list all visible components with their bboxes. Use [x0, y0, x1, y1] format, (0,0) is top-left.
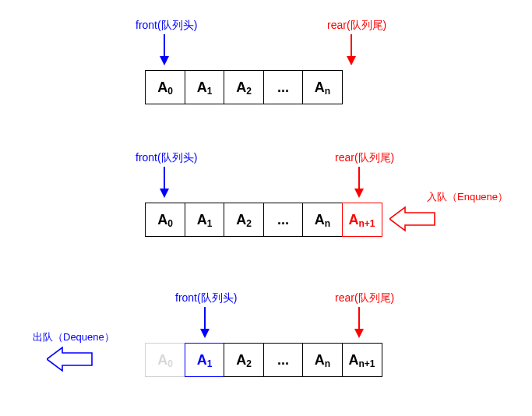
cell-a2: A2	[224, 343, 264, 377]
cell-a2: A2	[224, 70, 264, 104]
rear-arrow-icon	[358, 307, 360, 338]
cell-an: An	[302, 203, 343, 237]
queue-cells-dequeue: A0 A1 A2 ... An An+1	[145, 343, 382, 377]
front-label: front(队列头)	[136, 19, 197, 33]
rear-label: rear(队列尾)	[327, 19, 386, 33]
enqueue-label: 入队（Enquene）	[427, 190, 508, 204]
rear-label: rear(队列尾)	[335, 291, 394, 305]
queue-cells-initial: A0 A1 A2 ... An	[145, 70, 343, 104]
dequeue-arrow-icon	[47, 346, 93, 372]
stage-initial: front(队列头) rear(队列尾) A0 A1 A2 ... An	[0, 8, 532, 132]
cell-a1: A1	[185, 70, 225, 104]
front-label: front(队列头)	[136, 151, 197, 165]
cell-an: An	[302, 70, 343, 104]
rear-label: rear(队列尾)	[335, 151, 394, 165]
cell-a0: A0	[145, 70, 185, 104]
front-arrow-icon	[204, 307, 206, 338]
cell-anp1: An+1	[342, 343, 382, 377]
svg-marker-0	[389, 207, 435, 231]
cell-an: An	[302, 343, 343, 377]
front-arrow-icon	[164, 167, 165, 198]
enqueue-arrow-icon	[389, 206, 436, 232]
stage-dequeue: front(队列头) rear(队列尾) A0 A1 A2 ... An An+…	[0, 280, 532, 413]
cell-dots: ...	[263, 203, 304, 237]
stage-enqueue: front(队列头) rear(队列尾) A0 A1 A2 ... An An+…	[0, 140, 532, 273]
cell-dots: ...	[263, 343, 304, 377]
front-arrow-icon	[164, 34, 165, 65]
dequeue-label: 出队（Dequene）	[33, 330, 115, 344]
front-label: front(队列头)	[175, 291, 237, 305]
cell-a2: A2	[224, 203, 264, 237]
rear-arrow-icon	[351, 34, 352, 65]
cell-anp1-new: An+1	[342, 203, 382, 237]
svg-marker-1	[47, 347, 92, 371]
cell-a1-front: A1	[185, 343, 225, 377]
cell-a0-removed: A0	[145, 343, 185, 377]
queue-cells-enqueue: A0 A1 A2 ... An An+1	[145, 203, 382, 237]
cell-dots: ...	[263, 70, 304, 104]
cell-a0: A0	[145, 203, 185, 237]
rear-arrow-icon	[358, 167, 360, 198]
cell-a1: A1	[185, 203, 225, 237]
